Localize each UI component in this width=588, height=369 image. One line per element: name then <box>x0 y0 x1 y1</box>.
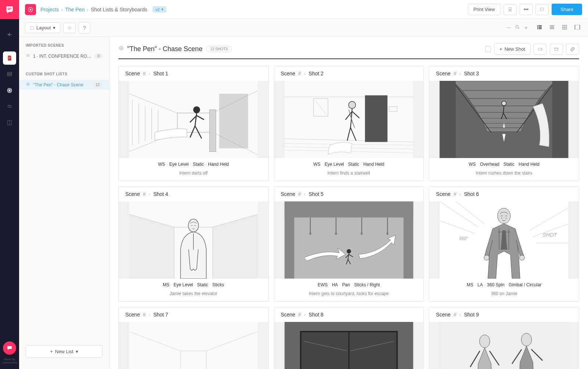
view-storyboard-icon[interactable] <box>573 23 582 33</box>
shot-scene-label: Scene <box>436 71 451 76</box>
nav-shotlist-icon[interactable] <box>0 82 19 98</box>
share-button[interactable]: Share <box>552 4 582 15</box>
shot-name: Shot 2 <box>309 71 323 76</box>
shot-card[interactable]: Scene # › Shot 5 EWS·HA·Pan·Sticks / Rig… <box>274 186 424 302</box>
svg-rect-27 <box>562 27 563 28</box>
shot-hash: # <box>143 191 146 197</box>
svg-rect-1 <box>8 9 11 10</box>
shot-card[interactable]: Scene # › Shot 4 MS·Eye Level·Static·Sti… <box>118 186 269 302</box>
zoom-reset-icon[interactable] <box>515 25 520 31</box>
svg-rect-54 <box>219 94 248 148</box>
shot-card-header: Scene # › Shot 6 <box>429 187 579 201</box>
svg-rect-15 <box>537 25 538 26</box>
new-shot-button[interactable]: + New Shot <box>494 43 531 55</box>
sidebar-custom-title: CUSTOM SHOT LISTS <box>19 72 109 76</box>
chevron-right-icon: › <box>304 71 306 76</box>
svg-point-104 <box>498 208 510 223</box>
svg-rect-41 <box>538 48 541 50</box>
version-selector[interactable]: v2 ▾ <box>153 6 166 12</box>
settings-button[interactable] <box>63 23 76 33</box>
svg-rect-4 <box>7 75 12 76</box>
svg-rect-89 <box>284 201 413 218</box>
nav-reports-icon[interactable] <box>0 115 19 131</box>
nav-documents-icon[interactable] <box>3 51 16 65</box>
print-view-button[interactable]: Print View <box>468 4 500 15</box>
select-all-checkbox[interactable] <box>485 46 491 52</box>
app-logo[interactable] <box>0 0 19 19</box>
zoom-in-icon[interactable]: + <box>524 25 528 31</box>
scene-icon <box>26 53 30 59</box>
svg-rect-38 <box>26 56 30 57</box>
chevron-right-icon: › <box>149 71 151 76</box>
chevron-down-icon: ▾ <box>53 25 55 31</box>
chevron-down-icon: ▾ <box>76 349 78 354</box>
chevron-right-icon: › <box>149 191 151 197</box>
shot-card[interactable]: Scene # › Shot 3 WS·Overhead·Static·Hand… <box>429 66 579 181</box>
svg-rect-107 <box>129 322 258 369</box>
view-grid-icon[interactable] <box>560 23 569 33</box>
storyboard-image <box>274 322 424 369</box>
chevron-right-icon: › <box>304 191 306 197</box>
shot-card[interactable]: Scene # › Shot 6 360° SHOT MS·LA·360 Spi… <box>429 186 579 302</box>
shot-card[interactable]: Scene # › Shot 8 <box>274 307 424 369</box>
shot-scene-label: Scene <box>436 312 451 318</box>
view-rows-icon[interactable] <box>548 23 556 33</box>
svg-point-105 <box>484 255 489 260</box>
comments-button[interactable] <box>535 4 549 15</box>
more-options-button[interactable]: ••• <box>520 4 533 15</box>
aperture-icon <box>118 45 124 53</box>
breadcrumb-project-name[interactable]: The Pen <box>65 7 85 12</box>
svg-rect-24 <box>562 25 563 26</box>
camera-button[interactable] <box>534 44 547 55</box>
shot-description: Intern gets to courtyard, looks for esca… <box>274 289 424 301</box>
svg-rect-80 <box>552 81 569 158</box>
svg-rect-34 <box>575 25 576 29</box>
back-icon[interactable] <box>0 26 19 43</box>
shot-card[interactable]: Scene # › Shot 7 <box>118 307 269 369</box>
nav-settings-icon[interactable] <box>0 98 19 115</box>
svg-point-6 <box>8 105 9 106</box>
shot-hash: # <box>143 312 146 318</box>
sidebar-imported-scene[interactable]: 1 · INT. CONFERENCE ROOM - DAY 0 <box>19 51 109 61</box>
new-list-button[interactable]: + New List ▾ <box>26 345 103 358</box>
svg-rect-0 <box>8 8 12 9</box>
import-button[interactable] <box>550 44 563 55</box>
shot-description: Jamie takes the elevator <box>119 289 268 301</box>
breadcrumb: Projects › The Pen › Shot Lists & Storyb… <box>40 6 166 12</box>
svg-point-86 <box>188 219 198 232</box>
shot-card[interactable]: Scene # › Shot 2 WS·Eye Level·Static·Han… <box>274 66 424 181</box>
shot-meta: WS·Eye Level·Static·Hand Held <box>274 158 424 168</box>
view-list-icon[interactable] <box>535 23 544 33</box>
help-button[interactable]: ? <box>79 22 90 33</box>
chat-support-icon[interactable] <box>3 341 16 355</box>
shot-card-header: Scene # › Shot 1 <box>119 66 268 81</box>
zoom-out-icon[interactable]: − <box>507 25 510 31</box>
shot-hash: # <box>298 191 301 197</box>
shot-description: Intern rushes down the stairs <box>429 168 579 181</box>
chevron-down-icon: ▾ <box>161 7 164 12</box>
layout-button[interactable]: Layout ▾ <box>25 22 60 33</box>
chevron-right-icon: › <box>87 7 89 12</box>
shot-hash: # <box>453 191 456 197</box>
shot-card[interactable]: Scene # › Shot 1 WS·Eye Level·Static·Han… <box>118 66 269 181</box>
main-header: "The Pen" - Chase Scene 12 SHOTS + New S… <box>118 43 579 59</box>
shot-card-header: Scene # › Shot 8 <box>274 307 424 322</box>
sidebar-custom-list[interactable]: "The Pen" - Chase Scene 12 <box>19 80 109 90</box>
sidebar-imported-title: IMPORTED SCENES <box>19 43 109 47</box>
link-button[interactable] <box>566 44 579 55</box>
shot-description: 360 on Jamie <box>429 289 579 301</box>
shot-card[interactable]: Scene # › Shot 9 <box>429 307 579 369</box>
nav-breakdown-icon[interactable] <box>0 66 19 82</box>
toolbar: Layout ▾ ? − + <box>19 19 588 37</box>
main-content: "The Pen" - Chase Scene 12 SHOTS + New S… <box>110 37 588 369</box>
svg-marker-73 <box>478 112 531 118</box>
svg-marker-74 <box>481 118 527 123</box>
svg-rect-79 <box>440 81 456 158</box>
svg-marker-76 <box>485 128 523 132</box>
shot-meta: WS·Eye Level·Static·Hand Held <box>119 158 268 168</box>
project-icon[interactable] <box>25 4 36 15</box>
svg-rect-12 <box>31 26 33 29</box>
svg-rect-29 <box>566 27 567 28</box>
breadcrumb-projects[interactable]: Projects <box>40 7 59 12</box>
export-button[interactable] <box>503 4 517 15</box>
